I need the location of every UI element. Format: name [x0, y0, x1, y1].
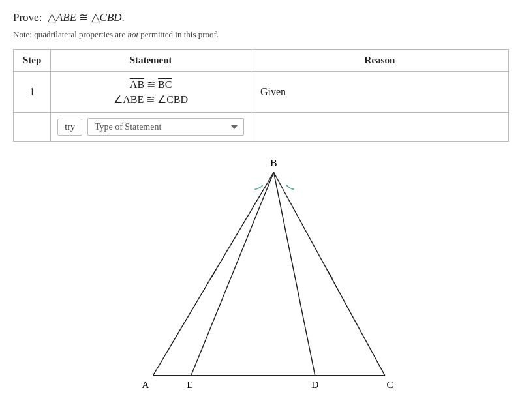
- table-row: 1 AB ≅ BC ∠ABE ≅ ∠CBD Given: [14, 72, 509, 113]
- diagram-container: B A E D C: [13, 155, 509, 396]
- line-BD: [273, 172, 315, 376]
- tick-AB: [211, 269, 216, 278]
- col-header-statement: Statement: [51, 50, 251, 72]
- try-button[interactable]: try: [57, 119, 82, 136]
- statement-line1: AB ≅ BC: [130, 78, 172, 91]
- angle-mark-ABE: [254, 185, 263, 190]
- label-B: B: [270, 157, 277, 168]
- statement-cell: AB ≅ BC ∠ABE ≅ ∠CBD: [51, 72, 251, 113]
- prove-line: Prove: △ABE ≅ △CBD.: [13, 10, 509, 24]
- proof-table: Step Statement Reason 1 AB ≅ BC ∠ABE ≅ ∠…: [13, 49, 509, 142]
- label-E: E: [187, 379, 193, 390]
- svg-line-0: [211, 269, 216, 278]
- col-header-reason: Reason: [251, 50, 508, 72]
- type-of-statement-select[interactable]: Type of Statement Given Definition Theor…: [87, 118, 244, 136]
- note-line: Note: quadrilateral properties are not p…: [13, 29, 509, 40]
- step-number: 1: [14, 72, 51, 113]
- try-row: try Type of Statement Given Definition T…: [14, 113, 509, 142]
- label-C: C: [386, 379, 393, 390]
- line-BE: [191, 172, 274, 376]
- statement-line2: ∠ABE ≅ ∠CBD: [114, 93, 188, 106]
- angle-mark-CBD: [286, 185, 294, 190]
- prove-label: Prove:: [13, 11, 42, 23]
- col-header-step: Step: [14, 50, 51, 72]
- svg-line-1: [327, 269, 332, 278]
- geometry-diagram: B A E D C: [117, 155, 405, 396]
- label-D: D: [311, 379, 318, 390]
- reason-cell: Given: [251, 72, 508, 113]
- label-A: A: [142, 379, 149, 390]
- tick-BC: [327, 269, 332, 278]
